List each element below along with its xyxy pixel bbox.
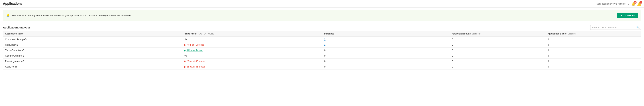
go-to-probes-button[interactable]: Go to Probes <box>616 13 638 18</box>
cell-errors: 0 <box>546 37 641 42</box>
probe-result-link[interactable]: 25 out of 46 probes <box>186 66 205 68</box>
search-input[interactable] <box>592 26 636 29</box>
section-title: Application Analytics <box>3 26 30 29</box>
cell-errors: 0 <box>546 53 641 59</box>
table-row: Google Chrome-Bn/a000 <box>3 53 641 59</box>
cell-errors: 0 <box>546 59 641 64</box>
cell-faults: 0 <box>450 64 545 70</box>
cell-probe-result: 28 out of 46 probes <box>182 59 322 64</box>
cell-faults: 0 <box>450 48 545 53</box>
cell-errors: 0 <box>546 48 641 53</box>
col-header-faults: Application Faults Last hour <box>450 31 545 37</box>
search-box: 🔍 <box>590 25 641 30</box>
table-wrap: Application Name Probe Result LAST 24 HO… <box>0 31 644 72</box>
cell-instances: 0 <box>322 59 450 64</box>
table-row: Command Prompt-Bn/a200 <box>3 37 641 42</box>
probe-fail-dot <box>184 61 186 62</box>
cell-app-name: AppError-B <box>3 64 182 70</box>
table-row: AppError-B25 out of 46 probes000 <box>3 64 641 70</box>
refresh-icon[interactable]: ↻ <box>627 2 630 5</box>
probe-fail-dot <box>184 66 186 68</box>
promo-left: 💡 Use Probes to identify and troubleshoo… <box>6 14 131 18</box>
cell-errors: 0 <box>546 64 641 70</box>
cell-probe-result: n/a <box>182 37 322 42</box>
alerts-button[interactable]: ⚠️ 1 <box>637 2 641 6</box>
col-header-instances: Instances ↓ <box>322 31 450 37</box>
notification-badge-2: 1 <box>640 1 642 4</box>
table-header-row: Application Name Probe Result LAST 24 HO… <box>3 31 641 37</box>
cell-app-name: Google Chrome-B <box>3 53 182 59</box>
table-row: ThrowException-B5 Probes Passed000 <box>3 48 641 53</box>
cell-faults: 0 <box>450 53 545 59</box>
cell-app-name: PassArguments-B <box>3 59 182 64</box>
cell-instances: 0 <box>322 48 450 53</box>
table-body: Command Prompt-Bn/a200Calculator-B7 out … <box>3 37 641 70</box>
cell-app-name: Command Prompt-B <box>3 37 182 42</box>
instances-link[interactable]: 2 <box>324 38 326 41</box>
probe-pass-dot <box>184 50 186 51</box>
instances-sort-icon[interactable]: ↓ <box>336 33 337 35</box>
cell-probe-result: 5 Probes Passed <box>182 48 322 53</box>
lightbulb-icon: 💡 <box>6 14 10 18</box>
cell-faults: 0 <box>450 42 545 48</box>
cell-instances: 0 <box>322 64 450 70</box>
top-bar-right: Data updated every 5 minutes ↻ 🔔 11 ⚠️ 1 <box>596 2 641 6</box>
notifications-bell-button[interactable]: 🔔 11 <box>631 2 635 6</box>
cell-faults: 0 <box>450 59 545 64</box>
col-header-app-name: Application Name <box>3 31 182 37</box>
probe-result-link[interactable]: 28 out of 46 probes <box>186 60 205 63</box>
cell-app-name: ThrowException-B <box>3 48 182 53</box>
cell-app-name: Calculator-B <box>3 42 182 48</box>
promo-text: Use Probes to identify and troubleshoot … <box>12 14 131 17</box>
cell-probe-result: n/a <box>182 53 322 59</box>
probe-result-link[interactable]: 5 Probes Passed <box>186 49 203 52</box>
cell-instances: 1 <box>322 42 450 48</box>
search-icon[interactable]: 🔍 <box>636 26 640 29</box>
probe-result-link[interactable]: 7 out of 41 probes <box>186 44 204 46</box>
probe-fail-dot <box>184 44 186 46</box>
cell-probe-result: 25 out of 46 probes <box>182 64 322 70</box>
data-updated-label: Data updated every 5 minutes <box>596 3 626 5</box>
table-row: PassArguments-B28 out of 46 probes000 <box>3 59 641 64</box>
cell-faults: 0 <box>450 37 545 42</box>
top-bar: Applications Data updated every 5 minute… <box>0 0 644 8</box>
cell-instances: 2 <box>322 37 450 42</box>
notification-badge-1: 11 <box>634 1 636 4</box>
cell-instances: 0 <box>322 53 450 59</box>
promo-banner: 💡 Use Probes to identify and troubleshoo… <box>3 10 641 21</box>
instances-link[interactable]: 1 <box>324 43 326 46</box>
table-row: Calculator-B7 out of 41 probes100 <box>3 42 641 48</box>
applications-table: Application Name Probe Result LAST 24 HO… <box>3 31 641 70</box>
section-header: Application Analytics 🔍 <box>0 23 644 31</box>
col-header-errors: Application Errors Last hour <box>546 31 641 37</box>
cell-probe-result: 7 out of 41 probes <box>182 42 322 48</box>
cell-errors: 0 <box>546 42 641 48</box>
col-header-probe-result: Probe Result LAST 24 HOURS <box>182 31 322 37</box>
page-title: Applications <box>3 2 22 6</box>
